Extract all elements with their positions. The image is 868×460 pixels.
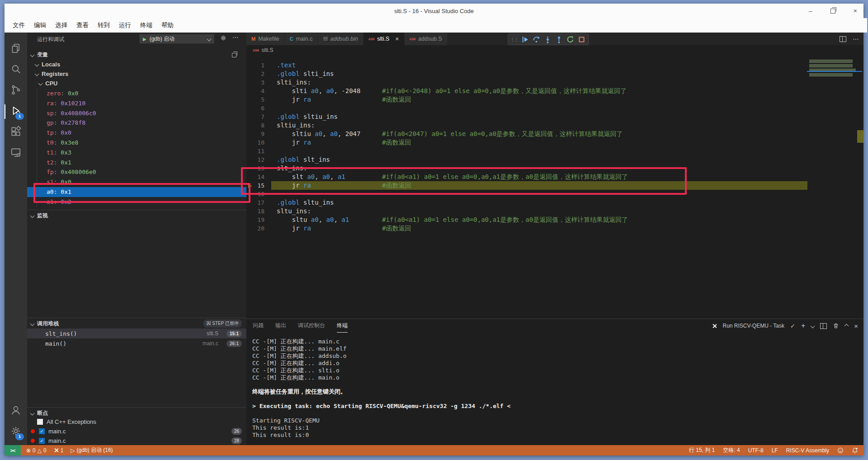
line-number[interactable]: 10 — [246, 138, 264, 147]
variables-section-header[interactable]: 变量 — [27, 50, 246, 60]
tab-addsub.S[interactable]: ASMaddsub.S — [405, 33, 448, 45]
close-button[interactable]: × — [854, 7, 857, 14]
more-actions-icon[interactable]: ⋯ — [232, 33, 239, 41]
menu-item-转到[interactable]: 转到 — [93, 21, 114, 29]
panel-tab-调试控制台[interactable]: 调试控制台 — [298, 319, 325, 333]
line-number[interactable]: 7 — [246, 113, 264, 121]
tab-addsub.bin[interactable]: addsub.bin — [318, 33, 363, 45]
line-number[interactable]: 15 — [246, 181, 264, 190]
stop-button[interactable] — [576, 34, 587, 44]
indentation[interactable]: 空格: 4 — [723, 446, 740, 454]
line-number[interactable]: 18 — [246, 207, 264, 216]
menu-item-文件[interactable]: 文件 — [8, 21, 29, 29]
line-number[interactable]: 4 — [246, 87, 264, 95]
new-terminal-icon[interactable]: + — [801, 322, 805, 330]
step-out-button[interactable] — [553, 34, 565, 44]
step-over-button[interactable] — [531, 34, 542, 44]
watch-section-header[interactable]: 监视 — [27, 211, 246, 221]
start-debug-icon[interactable]: ▶ — [143, 37, 146, 42]
line-number[interactable]: 13 — [246, 164, 264, 173]
line-number[interactable]: 1 — [246, 61, 264, 70]
cursor-position[interactable]: 行 15, 列 1 — [689, 446, 715, 454]
menu-item-选择[interactable]: 选择 — [51, 21, 72, 29]
split-editor-icon[interactable] — [840, 36, 846, 42]
debug-session-indicator[interactable]: ▷ (gdb) 启动 (16) — [71, 446, 113, 454]
notifications-bell-icon[interactable] — [852, 447, 858, 454]
terminal-output[interactable]: CC -[M] 正在构建... main.cCC -[M] 正在构建... ma… — [252, 338, 854, 439]
register-tp[interactable]: tp: 0x0 — [27, 128, 246, 138]
menu-item-运行[interactable]: 运行 — [114, 21, 136, 29]
line-number[interactable]: 6 — [246, 104, 264, 113]
minimap[interactable] — [809, 58, 859, 112]
activity-extensions[interactable] — [5, 122, 27, 143]
tab-Makefile[interactable]: MMakefile — [246, 33, 285, 45]
panel-tab-输出[interactable]: 输出 — [275, 319, 286, 333]
registers-group[interactable]: Registers — [27, 69, 246, 79]
line-number[interactable]: 20 — [246, 224, 264, 233]
register-sp[interactable]: sp: 0x408006c0 — [27, 108, 246, 118]
tab-close-icon[interactable]: × — [395, 36, 399, 42]
continue-button[interactable] — [519, 34, 531, 44]
cpu-group[interactable]: CPU — [27, 79, 246, 88]
line-number[interactable]: 11 — [246, 147, 264, 155]
problems-indicator[interactable]: ⊗ 0 △ 0 — [26, 447, 47, 454]
register-fp[interactable]: fp: 0x408006e0 — [27, 167, 246, 177]
menu-item-帮助[interactable]: 帮助 — [157, 21, 178, 29]
activity-run-and-debug[interactable]: 1 — [5, 101, 27, 122]
register-gp[interactable]: gp: 0x278f8 — [27, 118, 246, 128]
close-panel-icon[interactable]: × — [854, 322, 858, 330]
register-t1[interactable]: t1: 0x3 — [27, 148, 246, 158]
breadcrumb[interactable]: ASM slti.S — [246, 45, 863, 55]
tab-main.c[interactable]: Cmain.c — [285, 33, 318, 45]
breakpoint-item[interactable]: ✓main.c28 — [27, 436, 246, 445]
register-s1[interactable]: s1: 0x0 — [27, 177, 246, 187]
activity-settings[interactable]: 1 — [5, 422, 27, 442]
more-actions-icon[interactable]: ⋯ — [853, 35, 859, 42]
breakpoint-checkbox[interactable]: ✓ — [39, 438, 45, 444]
breakpoint-item[interactable]: ✓main.c26 — [27, 427, 246, 436]
restore-button[interactable] — [830, 9, 835, 14]
activity-account[interactable] — [5, 401, 27, 422]
register-t0[interactable]: t0: 0x3e8 — [27, 138, 246, 148]
breakpoint-checkbox[interactable] — [37, 419, 43, 425]
stack-frame-slt_ins()[interactable]: slt_ins()slti.S15:1 — [27, 329, 246, 338]
register-a0[interactable]: a0: 0x1 — [27, 187, 246, 197]
language-mode[interactable]: RISC-V Assembly — [786, 447, 829, 454]
activity-explorer[interactable] — [5, 39, 27, 60]
terminal-task-label[interactable]: Run RISCV-QEMU - Task — [723, 323, 784, 329]
breakpoint-checkbox[interactable]: ✓ — [39, 428, 45, 434]
register-zero[interactable]: zero: 0x0 — [27, 89, 246, 99]
kill-terminal-icon[interactable] — [833, 323, 839, 329]
register-a1[interactable]: a1: 0x2 — [27, 197, 246, 207]
panel-tab-终端[interactable]: 终端 — [337, 319, 348, 333]
step-into-button[interactable] — [542, 34, 553, 44]
register-t2[interactable]: t2: 0x1 — [27, 158, 246, 168]
breakpoints-section-header[interactable]: 断点 — [27, 408, 246, 418]
launch-config-dropdown[interactable]: ▶ (gdb) 启动 — [139, 34, 214, 44]
activity-source-control[interactable] — [5, 80, 27, 101]
line-number[interactable]: 9 — [246, 130, 264, 138]
maximize-panel-icon[interactable] — [844, 324, 849, 328]
line-number[interactable]: 16 — [246, 190, 264, 198]
drag-handle-icon[interactable]: ⋮⋮ — [510, 37, 518, 42]
menu-item-终端[interactable]: 终端 — [136, 21, 157, 29]
activity-remote-explorer[interactable] — [5, 143, 27, 164]
tools-indicator[interactable]: 1 — [54, 447, 64, 454]
tab-slti.S[interactable]: ASMslti.S× — [363, 33, 405, 45]
terminal-dropdown-icon[interactable] — [811, 324, 815, 328]
activity-search[interactable] — [5, 60, 27, 80]
split-terminal-icon[interactable] — [820, 323, 827, 329]
line-number[interactable]: 3 — [246, 78, 264, 87]
collapse-all-icon[interactable] — [232, 53, 236, 57]
line-number[interactable]: 2 — [246, 70, 264, 78]
feedback-icon[interactable] — [837, 447, 844, 454]
code-editor[interactable]: 1.text2.globl slti_ins3slti_ins:4 slti a… — [246, 55, 863, 324]
eol[interactable]: LF — [772, 447, 778, 454]
locals-group[interactable]: Locals — [27, 60, 246, 69]
breakpoint-item[interactable]: All C++ Exceptions — [27, 417, 246, 427]
restart-button[interactable] — [565, 34, 576, 44]
titlebar[interactable]: slti.S - 16 - Visual Studio Code – × — [5, 4, 863, 18]
stack-frame-main()[interactable]: main()main.c26:1 — [27, 338, 246, 348]
register-ra[interactable]: ra: 0x10210 — [27, 99, 246, 108]
minimize-button[interactable]: – — [809, 7, 812, 14]
